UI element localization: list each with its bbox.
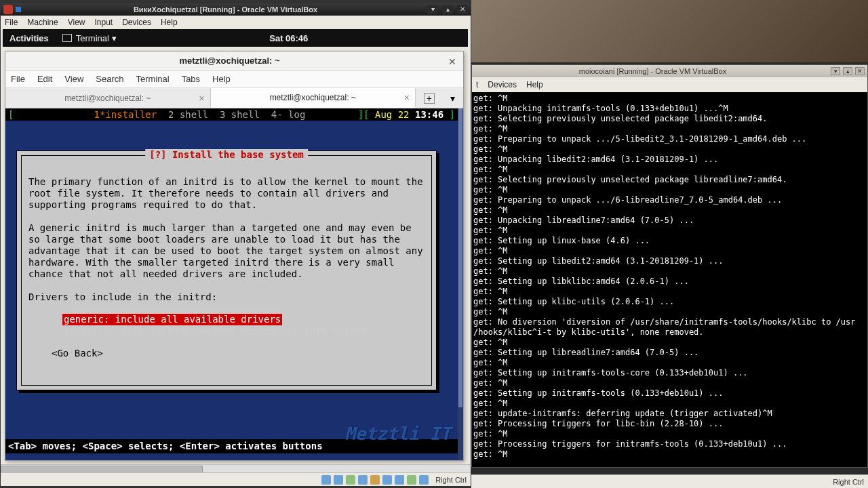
status-icon bbox=[346, 475, 355, 485]
terminal-close-button[interactable]: ✕ bbox=[448, 56, 458, 66]
vm2-host-key: Right Ctrl bbox=[833, 478, 864, 486]
vm2-minimize-button[interactable]: ▾ bbox=[831, 67, 840, 75]
desktop-bg-right-top bbox=[471, 0, 868, 62]
term-menu-file[interactable]: File bbox=[11, 74, 25, 84]
installer-option-generic[interactable]: generic: include all available drivers bbox=[62, 314, 282, 325]
vm1-menu-help[interactable]: Help bbox=[161, 18, 178, 27]
installer-prompt: Drivers to include in the initrd: bbox=[28, 291, 425, 303]
vm2-menu-devices[interactable]: Devices bbox=[488, 80, 517, 89]
clock-label[interactable]: Sat 06:46 bbox=[269, 33, 308, 43]
installer-dialog: [?] Install the base system The primary … bbox=[16, 150, 437, 390]
status-item: 4- log bbox=[271, 109, 306, 121]
activities-button[interactable]: Activities bbox=[9, 33, 49, 43]
status-icon bbox=[321, 475, 331, 485]
installer-goback-button[interactable]: <Go Back> bbox=[28, 348, 425, 359]
vm2-menubar: t Devices Help bbox=[472, 77, 867, 92]
app-icon bbox=[3, 5, 13, 14]
terminal-title-text: metztli@xochiquetzal: ~ bbox=[11, 56, 448, 66]
status-icon bbox=[382, 475, 392, 485]
vm2-menu-item[interactable]: t bbox=[476, 80, 478, 89]
terminal-scrollbar[interactable] bbox=[458, 108, 463, 460]
vm2-statusbar: Right Ctrl bbox=[471, 474, 868, 488]
status-icon bbox=[370, 475, 380, 485]
vm1-menu-file[interactable]: File bbox=[5, 18, 18, 27]
vm1-window: ВикиXochiquetzal [Running] - Oracle VM V… bbox=[0, 3, 471, 487]
vm2-maximize-button[interactable]: ▴ bbox=[843, 67, 852, 75]
status-icon bbox=[395, 475, 404, 485]
status-item: 1*installer bbox=[94, 109, 157, 121]
term-menu-tabs[interactable]: Tabs bbox=[182, 74, 200, 84]
terminal-tabbar: metztli@xochiquetzal: ~ × metztli@xochiq… bbox=[5, 88, 463, 108]
terminal-tab-actions: + ▾ bbox=[416, 88, 463, 108]
vm1-menu-input[interactable]: Input bbox=[95, 18, 113, 27]
tab-label: metztli@xochiquetzal: ~ bbox=[64, 94, 151, 103]
installer-paragraph: A generic initrd is much larger than a t… bbox=[28, 222, 425, 280]
status-date: Aug 22 bbox=[375, 109, 410, 121]
vm1-host-key: Right Ctrl bbox=[435, 476, 467, 484]
terminal-menubar: File Edit View Search Terminal Tabs Help bbox=[5, 70, 463, 88]
vm2-window: moiocoiani [Running] - Oracle VM Virtual… bbox=[471, 64, 868, 468]
vm1-close-button[interactable]: ✕ bbox=[457, 5, 468, 14]
new-tab-button[interactable]: + bbox=[424, 93, 435, 104]
status-icon bbox=[358, 475, 368, 485]
term-menu-view[interactable]: View bbox=[64, 74, 83, 84]
status-icon bbox=[407, 475, 416, 485]
vm1-minimize-button[interactable]: ▾ bbox=[427, 5, 438, 14]
vm1-titlebar[interactable]: ВикиXochiquetzal [Running] - Oracle VM V… bbox=[1, 3, 471, 16]
installer-option-targeted[interactable]: targeted: only include drivers needed fo… bbox=[62, 325, 368, 336]
tab-close-icon[interactable]: × bbox=[404, 92, 410, 103]
vm1-title-text: ВикиXochiquetzal [Running] - Oracle VM V… bbox=[24, 5, 427, 14]
terminal-tab-2[interactable]: metztli@xochiquetzal: ~ × bbox=[211, 88, 416, 108]
term-menu-search[interactable]: Search bbox=[96, 74, 123, 84]
vm1-maximize-button[interactable]: ▴ bbox=[442, 5, 453, 14]
status-icon bbox=[419, 475, 429, 485]
vm2-title-text: moiocoiani [Running] - Oracle VM Virtual… bbox=[475, 67, 831, 75]
term-menu-help[interactable]: Help bbox=[212, 74, 231, 84]
terminal-body[interactable]: [ 1*installer 2 shell 3 shell 4- log ][ … bbox=[5, 108, 458, 460]
vm1-menu-view[interactable]: View bbox=[68, 18, 85, 27]
tab-close-icon[interactable]: × bbox=[199, 93, 204, 104]
terminal-titlebar[interactable]: metztli@xochiquetzal: ~ ✕ bbox=[5, 52, 463, 70]
status-icon bbox=[334, 475, 343, 485]
installer-title: [?] Install the base system bbox=[145, 149, 308, 161]
terminal-tab-1[interactable]: metztli@xochiquetzal: ~ × bbox=[5, 88, 211, 108]
screen-status-line: [ 1*installer 2 shell 3 shell 4- log ][ … bbox=[5, 108, 458, 121]
watermark-text: Metztli IT bbox=[344, 428, 451, 440]
tab-menu-button[interactable]: ▾ bbox=[450, 93, 455, 104]
gnome-topbar: Activities Terminal ▾ Sat 06:46 bbox=[3, 29, 468, 47]
app-menu[interactable]: Terminal ▾ bbox=[62, 33, 117, 43]
term-menu-terminal[interactable]: Terminal bbox=[136, 74, 170, 84]
vm1-menu-devices[interactable]: Devices bbox=[122, 18, 151, 27]
tab-label: metztli@xochiquetzal: ~ bbox=[270, 93, 356, 102]
status-item: 2 shell bbox=[168, 109, 208, 121]
app-menu-label: Terminal ▾ bbox=[76, 33, 117, 43]
vm1-statusbar: Right Ctrl bbox=[1, 472, 471, 486]
status-item: 3 shell bbox=[220, 109, 260, 121]
vbox-icon bbox=[16, 7, 21, 12]
terminal-icon bbox=[62, 34, 72, 42]
installer-paragraph: The primary function of an initrd is to … bbox=[28, 176, 425, 211]
vm2-titlebar[interactable]: moiocoiani [Running] - Oracle VM Virtual… bbox=[472, 65, 867, 77]
scrollbar-thumb[interactable] bbox=[458, 108, 462, 407]
terminal-window: metztli@xochiquetzal: ~ ✕ File Edit View… bbox=[5, 51, 464, 461]
vm2-close-button[interactable]: ✕ bbox=[855, 67, 865, 75]
vm2-terminal-output: get: ^M get: Unpacking initramfs-tools (… bbox=[472, 92, 867, 467]
vm1-menu-machine[interactable]: Machine bbox=[27, 18, 58, 27]
vm1-menubar: File Machine View Input Devices Help bbox=[1, 16, 471, 29]
term-menu-edit[interactable]: Edit bbox=[37, 74, 52, 84]
vm2-menu-help[interactable]: Help bbox=[526, 80, 543, 89]
status-time: 13:46 bbox=[415, 109, 443, 121]
